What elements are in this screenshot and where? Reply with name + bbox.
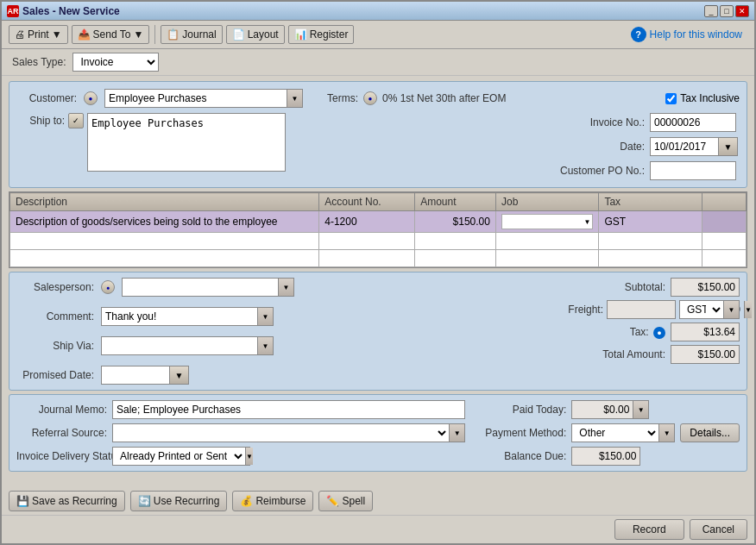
promised-date-cal-button[interactable]: ▼ <box>170 366 189 385</box>
freight-tax-dropdown[interactable]: GST <box>680 301 723 318</box>
referral-dropdown[interactable]: ▼ <box>112 423 465 442</box>
tax-inclusive-checkbox[interactable] <box>665 93 677 104</box>
register-icon: 📊 <box>294 28 307 41</box>
layout-button[interactable]: 📄 Layout <box>226 25 285 44</box>
row-amount[interactable]: $150.00 <box>415 211 496 233</box>
ship-via-dropdown-arrow[interactable]: ▼ <box>257 337 273 354</box>
invoice-no-row: Invoice No.: <box>541 113 740 132</box>
tax-row: Tax: ● $13.64 <box>526 323 740 341</box>
ship-to-area: Ship to: ✓ Employee Purchases <box>16 113 527 172</box>
save-recurring-button[interactable]: 💾 Save as Recurring <box>9 491 125 511</box>
send-to-icon: 📤 <box>78 28 91 41</box>
empty-cell <box>702 250 746 267</box>
top-panel: Customer: ● ▼ Terms: ● 0% 1st Net 30th a… <box>9 81 747 188</box>
items-table: Description Account No. Amount Job Tax D… <box>9 192 747 267</box>
details-button[interactable]: Details... <box>680 423 740 442</box>
reimburse-button[interactable]: 💰 Reimburse <box>232 491 313 511</box>
sales-type-select[interactable]: Invoice <box>72 53 159 72</box>
ship-to-label: Ship to: <box>16 115 65 127</box>
delivery-select[interactable]: Already Printed or Sent <box>113 448 245 465</box>
promised-date-field: ▼ <box>101 366 189 385</box>
row-account[interactable]: 4-1200 <box>319 211 415 233</box>
footer-bar: Record Cancel <box>2 515 754 543</box>
spell-label: Spell <box>342 495 365 507</box>
customer-dropdown-arrow[interactable]: ▼ <box>287 90 302 107</box>
terms-nav-arrow[interactable]: ● <box>363 91 377 105</box>
spell-button[interactable]: ✏️ Spell <box>318 491 373 511</box>
ship-via-input[interactable] <box>102 340 257 352</box>
customer-input[interactable] <box>105 90 287 107</box>
total-row: Total Amount: $150.00 <box>526 345 740 364</box>
referral-select[interactable] <box>113 424 449 442</box>
referral-label: Referral Source: <box>16 427 107 439</box>
title-controls: _ □ ✕ <box>704 5 749 17</box>
journal-memo-label: Journal Memo: <box>16 404 107 416</box>
payment-method-dropdown[interactable]: Other ▼ <box>571 423 675 442</box>
empty-cell <box>702 233 746 250</box>
payment-method-arrow[interactable]: ▼ <box>658 424 674 442</box>
record-button[interactable]: Record <box>614 519 684 540</box>
sales-type-dropdown[interactable]: Invoice <box>73 53 158 71</box>
salesperson-dropdown-arrow[interactable]: ▼ <box>278 279 293 296</box>
register-label: Register <box>310 28 349 41</box>
freight-dropdown-arrow[interactable]: ▼ <box>744 301 752 318</box>
title-bar-left: AR Sales - New Service <box>7 5 120 17</box>
customer-po-input[interactable] <box>650 161 736 180</box>
payment-method-label: Payment Method: <box>476 427 566 439</box>
invoice-no-input[interactable] <box>650 113 736 132</box>
minimize-button[interactable]: _ <box>704 5 718 17</box>
table-row[interactable]: Description of goods/services being sold… <box>10 211 747 233</box>
freight-tax-arrow[interactable]: ▼ <box>723 301 739 318</box>
title-bar: AR Sales - New Service _ □ ✕ <box>2 2 754 21</box>
customer-label: Customer: <box>16 92 77 104</box>
use-recurring-button[interactable]: 🔄 Use Recurring <box>130 491 228 511</box>
invoice-fields: Invoice No.: Date: ▼ Customer PO No.: <box>541 113 740 180</box>
print-button[interactable]: 🖨 Print ▼ <box>9 25 68 44</box>
row-job[interactable]: ▼ <box>495 211 598 233</box>
freight-label: Freight: <box>526 304 603 316</box>
maximize-button[interactable]: □ <box>720 5 734 17</box>
row-description[interactable]: Description of goods/services being sold… <box>10 211 319 233</box>
close-button[interactable]: ✕ <box>735 5 749 17</box>
promised-date-input[interactable] <box>101 366 170 385</box>
salesperson-input[interactable] <box>123 281 278 293</box>
customer-nav-arrow[interactable]: ● <box>84 91 98 105</box>
paid-today-input[interactable] <box>572 401 633 418</box>
comment-input[interactable] <box>102 310 257 323</box>
save-recurring-icon: 💾 <box>16 495 29 507</box>
invoice-date-label: Date: <box>541 141 645 153</box>
top-fields: Ship to: ✓ Employee Purchases Invoice No… <box>16 113 740 180</box>
paid-today-arrow[interactable]: ▼ <box>633 401 648 418</box>
actions-bar: 💾 Save as Recurring 🔄 Use Recurring 💰 Re… <box>2 487 754 515</box>
help-button[interactable]: ? Help for this window <box>626 24 747 45</box>
paid-today-field[interactable]: ▼ <box>571 400 649 419</box>
ship-to-check-button[interactable]: ✓ <box>68 113 84 128</box>
send-to-button[interactable]: 📤 Send To ▼ <box>72 25 150 44</box>
tax-info-icon[interactable]: ● <box>653 327 665 339</box>
comment-dropdown-arrow[interactable]: ▼ <box>257 308 273 325</box>
payment-method-select[interactable]: Other <box>572 424 658 442</box>
ship-to-input[interactable]: Employee Purchases <box>87 113 286 172</box>
customer-po-row: Customer PO No.: <box>541 161 740 180</box>
items-table-container: Description Account No. Amount Job Tax D… <box>9 191 747 268</box>
left-fields: Ship to: ✓ Employee Purchases <box>16 113 527 180</box>
balance-due-value: $150.00 <box>571 447 640 466</box>
register-button[interactable]: 📊 Register <box>288 25 355 44</box>
help-label: Help for this window <box>650 28 742 41</box>
print-label: Print <box>28 28 49 41</box>
freight-tax-select[interactable]: GST ▼ <box>679 300 740 319</box>
date-input[interactable] <box>650 137 719 156</box>
cancel-button[interactable]: Cancel <box>690 519 747 540</box>
row-tax[interactable]: GST <box>599 211 702 233</box>
delivery-dropdown[interactable]: Already Printed or Sent ▼ <box>112 447 250 466</box>
subtotal-label: Subtotal: <box>588 281 665 293</box>
calendar-button[interactable]: ▼ <box>719 137 738 156</box>
bottom-left: Journal Memo: Referral Source: ▼ <box>16 400 465 466</box>
journal-memo-input[interactable] <box>112 400 465 419</box>
journal-button[interactable]: 📋 Journal <box>161 25 222 44</box>
right-summary-section: Subtotal: $150.00 Freight: ▼ GST <box>526 278 740 385</box>
delivery-arrow[interactable]: ▼ <box>245 448 253 465</box>
customer-dropdown[interactable]: ▼ <box>104 89 303 108</box>
salesperson-nav-arrow[interactable]: ● <box>101 280 115 294</box>
referral-arrow[interactable]: ▼ <box>449 424 464 442</box>
